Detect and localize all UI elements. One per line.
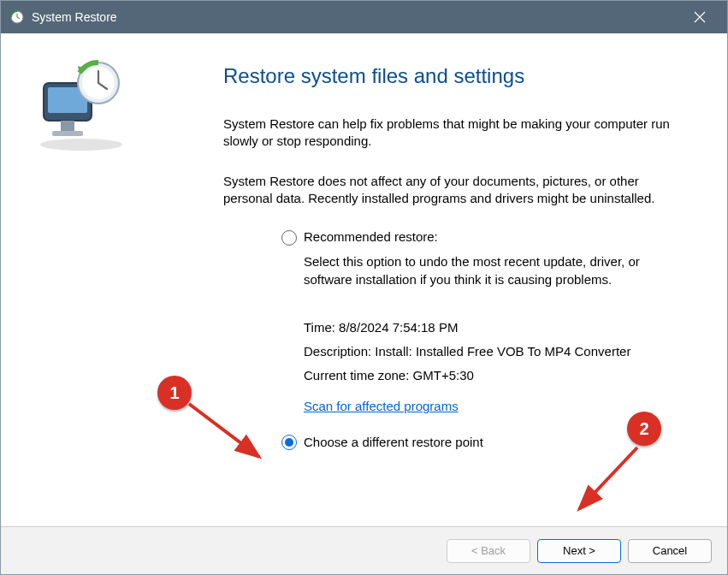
info-timezone: Current time zone: GMT+5:30 [304, 364, 684, 388]
info-description: Description: Install: Installed Free VOB… [304, 340, 684, 364]
back-button: < Back [447, 539, 530, 563]
close-button[interactable] [681, 4, 719, 30]
main-content: Restore system files and settings System… [172, 33, 727, 526]
next-button[interactable]: Next > [537, 539, 621, 563]
recommended-restore-label: Recommended restore: [304, 229, 438, 244]
recommended-restore-option[interactable]: Recommended restore: [281, 229, 684, 246]
annotation-callout-2: 2 [627, 412, 661, 446]
radio-icon-selected [281, 435, 297, 450]
intro-text-1: System Restore can help fix problems tha… [223, 116, 684, 151]
svg-rect-5 [52, 131, 83, 136]
app-icon [9, 9, 25, 25]
info-time: Time: 8/8/2024 7:54:18 PM [304, 316, 684, 340]
window-title: System Restore [32, 10, 681, 24]
radio-icon [281, 230, 297, 246]
annotation-callout-1: 1 [157, 376, 192, 410]
restore-info: Time: 8/8/2024 7:54:18 PM Description: I… [304, 316, 684, 387]
sidebar [1, 33, 172, 526]
svg-rect-4 [61, 121, 74, 131]
intro-text-2: System Restore does not affect any of yo… [223, 173, 684, 208]
page-heading: Restore system files and settings [223, 64, 684, 88]
different-restore-option[interactable]: Choose a different restore point [281, 434, 684, 450]
different-restore-label: Choose a different restore point [304, 435, 483, 449]
scan-affected-link[interactable]: Scan for affected programs [304, 399, 459, 413]
svg-point-1 [40, 139, 122, 151]
recommended-restore-desc: Select this option to undo the most rece… [304, 252, 684, 288]
restore-icon [28, 57, 131, 151]
dialog-body: Restore system files and settings System… [1, 33, 727, 526]
dialog-footer: < Back Next > Cancel [1, 526, 727, 574]
cancel-button[interactable]: Cancel [628, 539, 712, 563]
title-bar: System Restore [1, 1, 727, 33]
